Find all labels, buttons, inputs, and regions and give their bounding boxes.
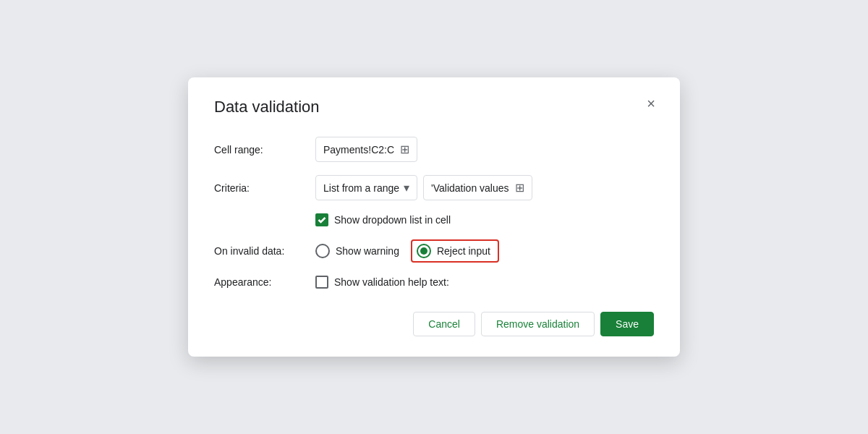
cell-range-label: Cell range: (214, 144, 315, 156)
appearance-checkbox[interactable] (315, 276, 328, 289)
reject-input-highlight: Reject input (411, 239, 499, 263)
dialog-title: Data validation (214, 98, 654, 116)
grid-icon-criteria: ⊞ (515, 181, 524, 195)
invalid-data-row: On invalid data: Show warning Reject inp… (214, 239, 654, 263)
criteria-row: Criteria: List from a range ▾ 'Validatio… (214, 175, 654, 200)
appearance-checkbox-label: Show validation help text: (334, 276, 449, 288)
show-warning-label: Show warning (336, 245, 399, 257)
show-dropdown-checkbox[interactable] (315, 213, 328, 226)
cancel-button[interactable]: Cancel (413, 312, 475, 336)
remove-validation-button[interactable]: Remove validation (481, 312, 595, 336)
reject-input-option[interactable]: Reject input (417, 244, 490, 258)
invalid-data-label: On invalid data: (214, 245, 315, 257)
show-warning-radio[interactable] (315, 244, 330, 258)
show-dropdown-row: Show dropdown list in cell (315, 213, 654, 226)
data-validation-dialog: Data validation × Cell range: Payments!C… (188, 77, 680, 357)
reject-input-radio[interactable] (417, 244, 431, 258)
cell-range-row: Cell range: Payments!C2:C ⊞ (214, 137, 654, 162)
dropdown-arrow-icon: ▾ (404, 181, 409, 195)
cell-range-input[interactable]: Payments!C2:C ⊞ (315, 137, 417, 162)
cell-range-value: Payments!C2:C (323, 144, 394, 156)
show-dropdown-label: Show dropdown list in cell (334, 214, 451, 226)
criteria-dropdown[interactable]: List from a range ▾ (315, 175, 417, 200)
criteria-label: Criteria: (214, 182, 315, 194)
close-button[interactable]: × (639, 92, 663, 115)
dialog-footer: Cancel Remove validation Save (214, 312, 654, 336)
save-button[interactable]: Save (600, 312, 654, 336)
grid-icon-cell-range: ⊞ (400, 142, 409, 156)
validation-range-value: 'Validation values (431, 182, 509, 194)
checkmark-icon (318, 216, 326, 224)
appearance-label: Appearance: (214, 276, 315, 288)
reject-input-label: Reject input (437, 245, 490, 257)
validation-range-input[interactable]: 'Validation values ⊞ (423, 175, 532, 200)
invalid-data-options: Show warning Reject input (315, 239, 499, 263)
show-warning-option[interactable]: Show warning (315, 244, 399, 258)
appearance-row: Appearance: Show validation help text: (214, 276, 654, 289)
criteria-dropdown-value: List from a range (323, 182, 399, 194)
radio-selected-dot (420, 247, 427, 255)
